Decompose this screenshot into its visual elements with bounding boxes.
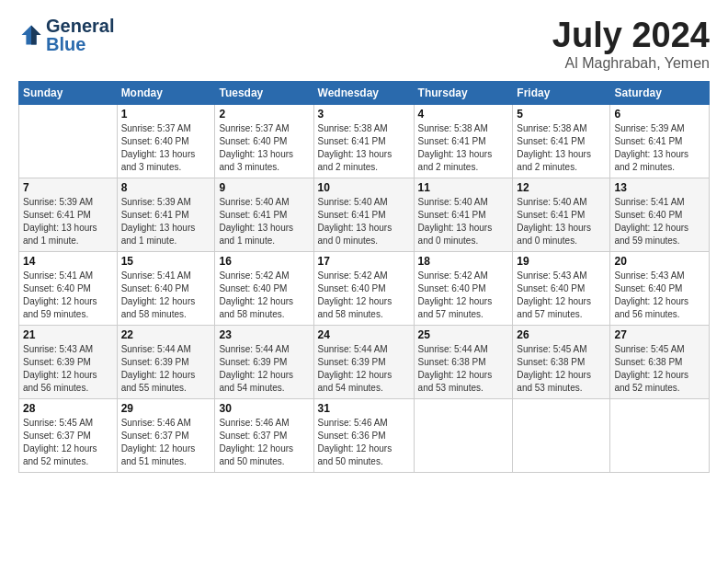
day-info: Sunrise: 5:39 AM Sunset: 6:41 PM Dayligh… (121, 196, 211, 247)
day-number: 25 (418, 328, 509, 341)
day-info: Sunrise: 5:37 AM Sunset: 6:40 PM Dayligh… (219, 122, 309, 174)
location-title: Al Maghrabah, Yemen (552, 55, 710, 72)
day-info: Sunrise: 5:39 AM Sunset: 6:41 PM Dayligh… (23, 196, 113, 247)
calendar-cell: 14Sunrise: 5:41 AM Sunset: 6:40 PM Dayli… (19, 251, 118, 325)
day-number: 11 (418, 181, 509, 194)
calendar-cell: 5Sunrise: 5:38 AM Sunset: 6:41 PM Daylig… (513, 104, 610, 178)
day-number: 26 (517, 328, 606, 341)
calendar-cell: 28Sunrise: 5:45 AM Sunset: 6:37 PM Dayli… (19, 398, 118, 472)
week-row-0: 1Sunrise: 5:37 AM Sunset: 6:40 PM Daylig… (19, 104, 710, 178)
calendar-cell: 9Sunrise: 5:40 AM Sunset: 6:41 PM Daylig… (215, 178, 313, 251)
day-number: 15 (121, 255, 211, 268)
day-number: 17 (318, 255, 410, 268)
weekday-saturday: Saturday (610, 81, 710, 104)
calendar: SundayMondayTuesdayWednesdayThursdayFrid… (18, 81, 710, 473)
day-info: Sunrise: 5:41 AM Sunset: 6:40 PM Dayligh… (23, 270, 113, 321)
calendar-cell (513, 398, 610, 472)
month-title: July 2024 (552, 17, 710, 55)
day-info: Sunrise: 5:38 AM Sunset: 6:41 PM Dayligh… (517, 122, 606, 174)
weekday-friday: Friday (513, 81, 610, 104)
calendar-cell: 23Sunrise: 5:44 AM Sunset: 6:39 PM Dayli… (215, 325, 313, 398)
day-info: Sunrise: 5:44 AM Sunset: 6:38 PM Dayligh… (418, 343, 509, 395)
day-number: 23 (219, 328, 309, 341)
day-number: 4 (418, 108, 509, 121)
calendar-cell: 12Sunrise: 5:40 AM Sunset: 6:41 PM Dayli… (513, 178, 610, 251)
day-info: Sunrise: 5:41 AM Sunset: 6:40 PM Dayligh… (121, 270, 211, 321)
calendar-cell: 26Sunrise: 5:45 AM Sunset: 6:38 PM Dayli… (513, 325, 610, 398)
calendar-cell (610, 398, 710, 472)
logo: General Blue (18, 17, 114, 53)
week-row-4: 28Sunrise: 5:45 AM Sunset: 6:37 PM Dayli… (19, 398, 710, 472)
day-info: Sunrise: 5:38 AM Sunset: 6:41 PM Dayligh… (418, 122, 509, 174)
day-info: Sunrise: 5:40 AM Sunset: 6:41 PM Dayligh… (517, 196, 606, 247)
page: General Blue July 2024 Al Maghrabah, Yem… (0, 0, 728, 482)
day-number: 22 (121, 328, 211, 341)
day-number: 2 (219, 108, 309, 121)
day-number: 18 (418, 255, 509, 268)
calendar-cell: 30Sunrise: 5:46 AM Sunset: 6:37 PM Dayli… (215, 398, 313, 472)
calendar-cell: 7Sunrise: 5:39 AM Sunset: 6:41 PM Daylig… (19, 178, 118, 251)
calendar-cell: 24Sunrise: 5:44 AM Sunset: 6:39 PM Dayli… (313, 325, 414, 398)
day-info: Sunrise: 5:40 AM Sunset: 6:41 PM Dayligh… (418, 196, 509, 247)
day-info: Sunrise: 5:45 AM Sunset: 6:37 PM Dayligh… (23, 417, 113, 468)
day-info: Sunrise: 5:46 AM Sunset: 6:36 PM Dayligh… (318, 417, 410, 468)
day-info: Sunrise: 5:37 AM Sunset: 6:40 PM Dayligh… (121, 122, 211, 174)
day-number: 13 (614, 181, 705, 194)
day-info: Sunrise: 5:41 AM Sunset: 6:40 PM Dayligh… (614, 196, 705, 247)
calendar-cell: 19Sunrise: 5:43 AM Sunset: 6:40 PM Dayli… (513, 251, 610, 325)
calendar-cell: 2Sunrise: 5:37 AM Sunset: 6:40 PM Daylig… (215, 104, 313, 178)
day-info: Sunrise: 5:43 AM Sunset: 6:39 PM Dayligh… (23, 343, 113, 395)
calendar-cell: 11Sunrise: 5:40 AM Sunset: 6:41 PM Dayli… (414, 178, 513, 251)
day-info: Sunrise: 5:44 AM Sunset: 6:39 PM Dayligh… (219, 343, 309, 395)
day-number: 21 (23, 328, 113, 341)
calendar-cell: 6Sunrise: 5:39 AM Sunset: 6:41 PM Daylig… (610, 104, 710, 178)
day-number: 29 (121, 402, 211, 415)
day-info: Sunrise: 5:44 AM Sunset: 6:39 PM Dayligh… (121, 343, 211, 395)
logo-blue: Blue (46, 35, 114, 53)
calendar-cell: 29Sunrise: 5:46 AM Sunset: 6:37 PM Dayli… (117, 398, 215, 472)
day-number: 5 (517, 108, 606, 121)
header: General Blue July 2024 Al Maghrabah, Yem… (18, 17, 710, 72)
calendar-cell: 13Sunrise: 5:41 AM Sunset: 6:40 PM Dayli… (610, 178, 710, 251)
week-row-1: 7Sunrise: 5:39 AM Sunset: 6:41 PM Daylig… (19, 178, 710, 251)
day-number: 30 (219, 402, 309, 415)
day-info: Sunrise: 5:44 AM Sunset: 6:39 PM Dayligh… (318, 343, 410, 395)
calendar-cell: 3Sunrise: 5:38 AM Sunset: 6:41 PM Daylig… (313, 104, 414, 178)
day-number: 16 (219, 255, 309, 268)
calendar-cell: 31Sunrise: 5:46 AM Sunset: 6:36 PM Dayli… (313, 398, 414, 472)
day-info: Sunrise: 5:40 AM Sunset: 6:41 PM Dayligh… (318, 196, 410, 247)
logo-icon (18, 22, 44, 48)
day-number: 9 (219, 181, 309, 194)
day-number: 7 (23, 181, 113, 194)
weekday-sunday: Sunday (19, 81, 118, 104)
day-info: Sunrise: 5:45 AM Sunset: 6:38 PM Dayligh… (614, 343, 705, 395)
day-info: Sunrise: 5:46 AM Sunset: 6:37 PM Dayligh… (219, 417, 309, 468)
day-number: 14 (23, 255, 113, 268)
calendar-cell (414, 398, 513, 472)
day-number: 24 (318, 328, 410, 341)
week-row-3: 21Sunrise: 5:43 AM Sunset: 6:39 PM Dayli… (19, 325, 710, 398)
weekday-tuesday: Tuesday (215, 81, 313, 104)
weekday-wednesday: Wednesday (313, 81, 414, 104)
day-number: 31 (318, 402, 410, 415)
day-number: 27 (614, 328, 705, 341)
day-number: 10 (318, 181, 410, 194)
calendar-cell (19, 104, 118, 178)
day-info: Sunrise: 5:40 AM Sunset: 6:41 PM Dayligh… (219, 196, 309, 247)
calendar-cell: 27Sunrise: 5:45 AM Sunset: 6:38 PM Dayli… (610, 325, 710, 398)
calendar-cell: 1Sunrise: 5:37 AM Sunset: 6:40 PM Daylig… (117, 104, 215, 178)
calendar-cell: 25Sunrise: 5:44 AM Sunset: 6:38 PM Dayli… (414, 325, 513, 398)
svg-marker-2 (31, 26, 41, 45)
calendar-cell: 8Sunrise: 5:39 AM Sunset: 6:41 PM Daylig… (117, 178, 215, 251)
weekday-monday: Monday (117, 81, 215, 104)
calendar-cell: 10Sunrise: 5:40 AM Sunset: 6:41 PM Dayli… (313, 178, 414, 251)
weekday-header-row: SundayMondayTuesdayWednesdayThursdayFrid… (19, 81, 710, 104)
day-info: Sunrise: 5:42 AM Sunset: 6:40 PM Dayligh… (418, 270, 509, 321)
calendar-cell: 20Sunrise: 5:43 AM Sunset: 6:40 PM Dayli… (610, 251, 710, 325)
day-number: 8 (121, 181, 211, 194)
day-info: Sunrise: 5:42 AM Sunset: 6:40 PM Dayligh… (318, 270, 410, 321)
calendar-cell: 4Sunrise: 5:38 AM Sunset: 6:41 PM Daylig… (414, 104, 513, 178)
day-info: Sunrise: 5:46 AM Sunset: 6:37 PM Dayligh… (121, 417, 211, 468)
day-info: Sunrise: 5:43 AM Sunset: 6:40 PM Dayligh… (517, 270, 606, 321)
day-number: 12 (517, 181, 606, 194)
